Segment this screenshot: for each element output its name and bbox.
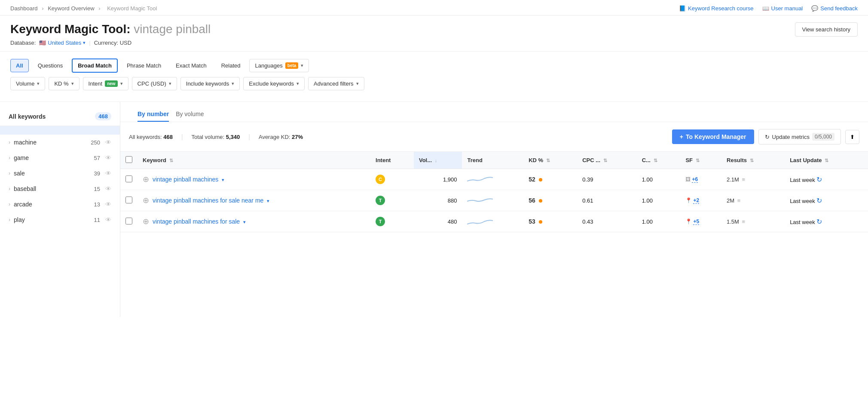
select-all-checkbox[interactable] xyxy=(125,156,132,163)
sf-count[interactable]: +5 xyxy=(693,218,699,225)
sf-count[interactable]: +6 xyxy=(692,176,698,183)
sidebar-item-sale[interactable]: › sale 39 👁 xyxy=(0,166,120,181)
refresh-icon[interactable]: ↻ xyxy=(816,218,822,225)
tab-phrase-match[interactable]: Phrase Match xyxy=(121,59,167,72)
stats-actions: + To Keyword Manager ↻ Update metrics 0/… xyxy=(672,129,859,144)
sidebar-item-arcade[interactable]: › arcade 13 👁 xyxy=(0,197,120,212)
chevron-right-icon: › xyxy=(9,170,10,176)
languages-filter[interactable]: Languages beta ▾ xyxy=(249,59,309,72)
add-keyword-button[interactable]: ⊕ xyxy=(143,196,149,205)
chevron-down-icon: ▾ xyxy=(232,81,234,86)
refresh-icon[interactable]: ↻ xyxy=(816,176,822,183)
col-intent: Intent xyxy=(370,152,414,169)
plus-icon: + xyxy=(680,133,683,140)
update-metrics-button[interactable]: ↻ Update metrics 0/5,000 xyxy=(758,129,841,144)
export-icon: ⬆ xyxy=(850,134,855,140)
breadcrumb-dashboard[interactable]: Dashboard xyxy=(10,5,38,12)
col-volume: Vol... ↓ xyxy=(414,152,462,169)
intent-badge: T xyxy=(376,217,385,226)
breadcrumb-current: Keyword Magic Tool xyxy=(107,5,157,12)
match-type-row: All Questions Broad Match Phrase Match E… xyxy=(10,58,858,73)
trend-cell xyxy=(462,211,523,232)
keyword-dropdown-icon[interactable]: ▾ xyxy=(243,219,246,224)
sort-icon: ↓ xyxy=(435,158,437,163)
database-selector[interactable]: 🇺🇸 United States ▾ xyxy=(39,40,86,46)
header-section: Keyword Magic Tool: vintage pinball Data… xyxy=(0,15,868,52)
cpc-cell: 0.61 xyxy=(577,190,637,211)
tab-related[interactable]: Related xyxy=(216,59,246,72)
row-checkbox[interactable] xyxy=(125,218,132,224)
results-cell: 1.5M ≡ xyxy=(721,211,785,232)
add-keyword-button[interactable]: ⊕ xyxy=(143,175,149,184)
trend-cell xyxy=(462,169,523,190)
refresh-icon[interactable]: ↻ xyxy=(816,197,822,204)
keyword-link[interactable]: vintage pinball machines for sale near m… xyxy=(153,197,263,204)
col-results: Results ⇅ xyxy=(721,152,785,169)
row-checkbox[interactable] xyxy=(125,197,132,203)
cpc-filter[interactable]: CPC (USD) ▾ xyxy=(132,77,177,90)
sidebar-item-machine[interactable]: › machine 250 👁 xyxy=(0,135,120,150)
intent-badge: T xyxy=(376,196,385,205)
link-manual[interactable]: 📖 User manual xyxy=(762,5,803,12)
eye-icon: 👁 xyxy=(105,170,111,177)
cpc-cell: 0.43 xyxy=(577,211,637,232)
subtitle: Database: 🇺🇸 United States ▾ | Currency:… xyxy=(10,40,211,46)
chevron-down-icon: ▾ xyxy=(71,81,74,86)
sf-cell: 🖼 +6 xyxy=(680,169,721,190)
chevron-right-icon: › xyxy=(9,186,10,192)
tab-exact-match[interactable]: Exact Match xyxy=(170,59,212,72)
col-last-update: Last Update ⇅ xyxy=(785,152,868,169)
keyword-manager-button[interactable]: + To Keyword Manager xyxy=(672,129,754,144)
col-sf: SF ⇅ xyxy=(680,152,721,169)
tab-all[interactable]: All xyxy=(10,59,29,72)
location-icon: 📍 xyxy=(685,218,692,224)
avg-kd-stat: Average KD: 27% xyxy=(259,134,303,140)
sidebar-item-all[interactable] xyxy=(0,126,120,135)
keyword-link[interactable]: vintage pinball machines for sale xyxy=(153,218,240,225)
volume-cell: 880 xyxy=(414,190,462,211)
dropdown-filters-row: Volume ▾ KD % ▾ Intent new ▾ CPC (USD) ▾… xyxy=(10,77,858,90)
chevron-right-icon: › xyxy=(9,201,10,207)
chevron-down-icon: ▾ xyxy=(83,40,86,46)
chevron-right-icon: › xyxy=(9,217,10,223)
sidebar-item-baseball[interactable]: › baseball 15 👁 xyxy=(0,181,120,197)
volume-filter[interactable]: Volume ▾ xyxy=(10,77,45,90)
breadcrumb-keyword-overview[interactable]: Keyword Overview xyxy=(48,5,94,12)
sidebar-item-play[interactable]: › play 11 👁 xyxy=(0,212,120,227)
cpc-cell: 0.39 xyxy=(577,169,637,190)
col-com: C... ⇅ xyxy=(637,152,681,169)
keyword-dropdown-icon[interactable]: ▾ xyxy=(222,177,224,182)
sf-count[interactable]: +2 xyxy=(693,197,699,204)
link-course[interactable]: 📘 Keyword Research course xyxy=(679,5,753,12)
intent-filter[interactable]: Intent new ▾ xyxy=(83,77,128,90)
table-row: ⊕ vintage pinball machines for sale near… xyxy=(120,190,868,211)
com-cell: 1.00 xyxy=(637,211,681,232)
refresh-icon: ↻ xyxy=(765,134,770,140)
add-keyword-button[interactable]: ⊕ xyxy=(143,217,149,226)
include-keywords-filter[interactable]: Include keywords ▾ xyxy=(180,77,240,90)
chevron-down-icon: ▾ xyxy=(37,81,40,86)
keyword-dropdown-icon[interactable]: ▾ xyxy=(267,198,269,203)
advanced-filters[interactable]: Advanced filters ▾ xyxy=(308,77,364,90)
sf-cell: 📍 +2 xyxy=(680,190,721,211)
export-button[interactable]: ⬆ xyxy=(845,130,859,144)
kd-filter[interactable]: KD % ▾ xyxy=(49,77,79,90)
tab-by-number[interactable]: By number xyxy=(138,107,169,122)
volume-cell: 1,900 xyxy=(414,169,462,190)
last-update-cell: Last week ↻ xyxy=(785,211,868,232)
course-icon: 📘 xyxy=(679,5,686,12)
keyword-link[interactable]: vintage pinball machines xyxy=(153,176,218,183)
sort-icon: ⇅ xyxy=(546,158,550,163)
row-checkbox[interactable] xyxy=(125,175,132,182)
manual-icon: 📖 xyxy=(762,5,769,12)
tab-questions[interactable]: Questions xyxy=(32,59,69,72)
exclude-keywords-filter[interactable]: Exclude keywords ▾ xyxy=(243,77,305,90)
com-cell: 1.00 xyxy=(637,190,681,211)
link-feedback[interactable]: 💬 Send feedback xyxy=(811,5,858,12)
view-history-button[interactable]: View search history xyxy=(795,22,858,37)
tab-by-volume[interactable]: By volume xyxy=(176,107,204,122)
tab-broad-match[interactable]: Broad Match xyxy=(72,58,118,73)
table-row: ⊕ vintage pinball machines ▾ C 1,900 xyxy=(120,169,868,190)
intent-badge: C xyxy=(376,175,385,184)
sidebar-item-game[interactable]: › game 57 👁 xyxy=(0,150,120,166)
